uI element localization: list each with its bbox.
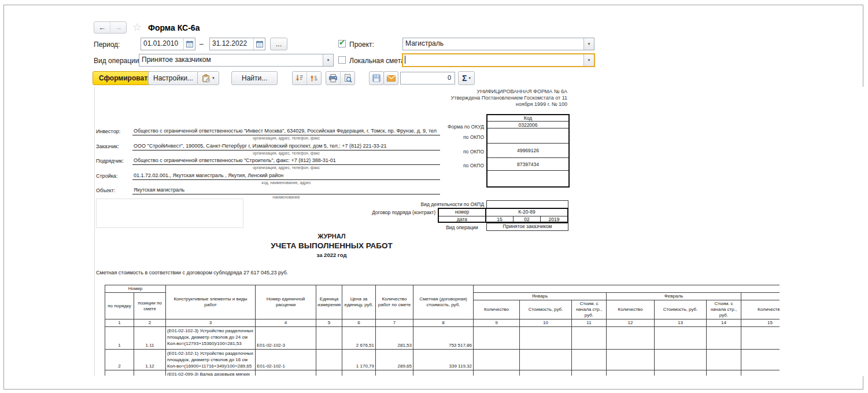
operation-dropdown-button[interactable]: ▾ <box>323 54 333 66</box>
save-button[interactable] <box>369 71 384 85</box>
okud-value: 0322006 <box>487 122 569 128</box>
forward-button[interactable]: → <box>110 22 126 33</box>
okpo-value-3: 87397434 <box>487 158 569 171</box>
cell-cost: 753 517,86 <box>413 327 474 350</box>
contract-number-label: номер <box>439 209 485 216</box>
party-label: Подрядчик: <box>96 158 124 164</box>
party-value: Якутская магистраль <box>132 187 440 194</box>
cell-month-empty <box>741 370 780 376</box>
counter-field[interactable]: 0 <box>400 72 455 85</box>
operation-combo[interactable]: Принятое заказчиком ▾ <box>139 54 334 67</box>
okpo-value-2: 49969126 <box>487 144 569 158</box>
col-number: 11 <box>572 319 607 327</box>
local-estimate-dropdown-button[interactable]: ▾ <box>583 54 594 66</box>
jan-cum-header: Стоим. с начала стр., руб. <box>572 300 607 319</box>
col-number: 8 <box>413 319 474 327</box>
party-caption: организация, адрес, телефон, факс <box>132 166 440 170</box>
find-label: Найти... <box>242 74 267 82</box>
cell-month-empty <box>607 327 655 350</box>
col-header-elements: Конструктивные элементы и виды работ <box>166 285 256 319</box>
party-label: Заказчик: <box>96 144 119 149</box>
cell-cost: 339 119,32 <box>413 350 474 370</box>
col-header-position: позиции по смете <box>134 293 166 319</box>
cell-month-empty <box>474 350 520 370</box>
cell-position <box>134 370 166 376</box>
col-number: 3 <box>166 319 256 327</box>
col-number: 9 <box>474 319 520 327</box>
cell-cost <box>413 370 474 376</box>
cell-month-empty <box>655 327 707 350</box>
party-value: Общество с ограниченной ответственностью… <box>132 128 440 135</box>
project-combo[interactable]: Магистраль ▾ <box>402 38 594 50</box>
favorite-star-icon[interactable]: ☆ <box>132 21 142 34</box>
cell-num <box>105 370 134 376</box>
description-line: площадок, диаметр стволов до 16 см <box>167 357 254 363</box>
print-group <box>326 71 355 85</box>
operation-value: Принятое заказчиком <box>139 54 323 66</box>
cell-month-empty <box>474 370 520 376</box>
cell-qty: 289,65 <box>376 350 413 370</box>
form-header: УНИФИЦИРОВАННАЯ ФОРМА № 6А Утверждена По… <box>336 89 567 108</box>
col-number: 2 <box>134 319 166 327</box>
project-checkbox[interactable]: ✔ <box>338 40 346 47</box>
report-title-1: ЖУРНАЛ <box>95 233 568 240</box>
work-table-container: Номер Конструктивные элементы и виды раб… <box>105 285 780 376</box>
settings-label: Настройки... <box>153 74 193 82</box>
chevron-down-icon: ▾ <box>588 58 590 63</box>
calendar-icon[interactable] <box>253 38 265 50</box>
cell-rate: Е01-02-102-3 <box>256 327 316 350</box>
report-viewport[interactable]: УНИФИЦИРОВАННАЯ ФОРМА № 6А Утверждена По… <box>94 87 865 376</box>
operation-type-label: Вид операции <box>438 225 486 230</box>
back-button[interactable]: ← <box>94 22 110 33</box>
party-caption: организация, адрес, телефон, факс <box>132 151 440 155</box>
sort-ascending-button[interactable] <box>306 72 321 85</box>
contract-number-value: К-20-89 <box>486 209 567 216</box>
cell-position: 1.12 <box>134 350 166 370</box>
send-mail-button[interactable] <box>383 71 398 85</box>
sort-ascending-icon <box>310 74 318 82</box>
cell-price: 1 170,79 <box>342 350 376 370</box>
cell-description: (Е01-02-099-3) Валка деревьев мягких <box>166 370 256 376</box>
cell-num: 1 <box>105 327 134 350</box>
chevron-down-icon: ▾ <box>588 42 590 46</box>
contract-label: Договор подряда (контракт) <box>285 210 435 215</box>
period-more-button[interactable]: ... <box>270 38 287 50</box>
signature-area <box>96 199 243 228</box>
form-header-line2: Утверждена Постановлением Госкомстата от… <box>336 95 567 101</box>
description-line: (Е01-02-102-1) Устройство разделочных <box>167 350 254 357</box>
description-line: (Е01-02-102-3) Устройство разделочных <box>167 328 254 334</box>
party-value: Общество с ограниченной ответственностью… <box>132 157 440 165</box>
col-header-unit: Единица измерения <box>316 285 342 319</box>
col-number: 5 <box>316 319 342 327</box>
print-preview-button[interactable] <box>340 72 354 85</box>
settings-button[interactable]: Настройки... <box>148 71 198 85</box>
period-to-field[interactable]: 31.12.2022 <box>209 38 265 50</box>
cell-month-empty <box>655 350 707 370</box>
local-estimate-checkbox[interactable] <box>338 56 346 64</box>
cell-month-empty <box>474 327 520 350</box>
col-number: 7 <box>376 319 413 327</box>
period-dash: – <box>200 40 204 48</box>
calendar-icon[interactable] <box>183 38 195 50</box>
period-to-value: 31.12.2022 <box>210 38 253 50</box>
print-button[interactable] <box>326 72 340 85</box>
local-estimate-combo[interactable]: ▾ <box>402 53 595 67</box>
cell-month-empty <box>741 327 780 350</box>
period-from-field[interactable]: 01.01.2010 <box>141 38 195 50</box>
codes-empty <box>487 171 569 187</box>
codes-header: Код <box>487 115 569 122</box>
party-value: ООО "СтройИнвест", 190005, Санкт-Петербу… <box>132 143 440 150</box>
local-estimate-label: Локальная смета: <box>349 57 407 65</box>
check-icon: ✔ <box>339 38 345 47</box>
period-label: Период: <box>94 41 120 49</box>
project-dropdown-button[interactable]: ▾ <box>583 38 594 50</box>
autosum-button[interactable]: Σ ▾ <box>458 71 475 85</box>
sort-descending-button[interactable] <box>293 72 306 85</box>
find-button[interactable]: Найти... <box>231 71 278 85</box>
cell-qty <box>376 370 413 376</box>
report-variants-button[interactable]: ▾ <box>197 71 219 85</box>
local-estimate-value <box>405 54 583 66</box>
cell-month-empty <box>520 370 572 376</box>
table-row: 21.12(Е01-02-102-1) Устройство разделочн… <box>105 350 780 370</box>
col-header-cost: Сметная (договорная) стоимость, руб. <box>413 285 474 319</box>
